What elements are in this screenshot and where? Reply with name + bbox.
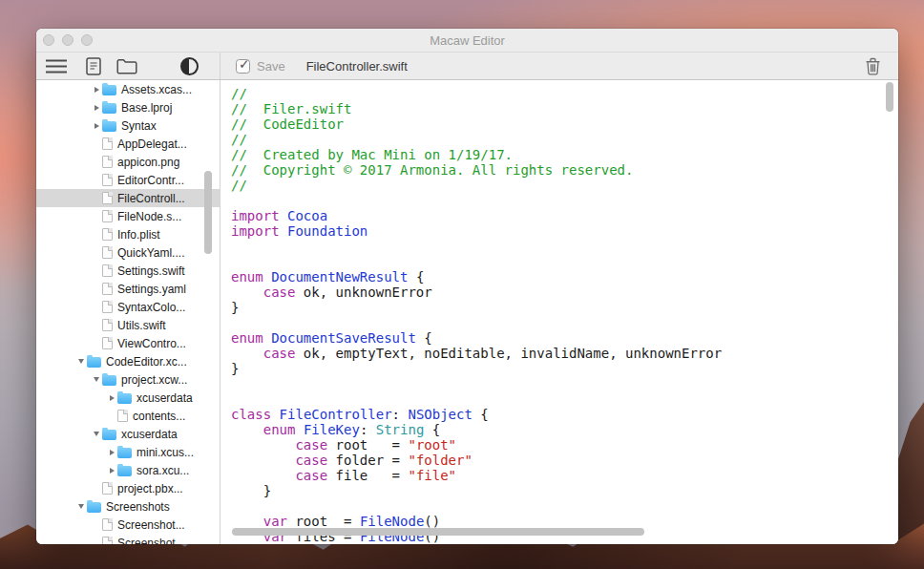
tree-file-quickyaml[interactable]: QuickYaml....	[36, 243, 220, 262]
disclosure-expanded-icon[interactable]	[91, 429, 102, 440]
editor-horizontal-scrollbar-thumb[interactable]	[232, 528, 644, 536]
code-line: import Foundation	[231, 223, 898, 239]
disclosure-collapsed-icon[interactable]	[91, 120, 102, 132]
sidebar: Assets.xcas...Base.lprojSyntaxAppDelegat…	[36, 80, 220, 544]
code-token: enum	[231, 269, 263, 284]
disclosure-collapsed-icon[interactable]	[106, 465, 117, 476]
tree-item-label: mini.xcus...	[136, 446, 194, 459]
folder-icon	[117, 448, 132, 458]
toolbar-left-section	[36, 53, 220, 79]
code-token	[231, 437, 295, 453]
tree-folder-xcuserdata[interactable]: xcuserdata	[36, 425, 220, 443]
close-button[interactable]	[43, 34, 54, 46]
code-token	[231, 284, 263, 300]
tree-file-utils-swift[interactable]: Utils.swift	[36, 316, 220, 334]
tree-file-project-pbx[interactable]: project.pbx...	[36, 479, 220, 497]
code-line: //	[231, 132, 898, 147]
tree-file-settings-swift[interactable]: Settings.swift	[36, 262, 220, 280]
disclosure-spacer	[91, 338, 102, 349]
code-token: case	[295, 468, 327, 483]
disclosure-collapsed-icon[interactable]	[91, 84, 102, 95]
disclosure-expanded-icon[interactable]	[75, 356, 87, 368]
tree-file-filecontroll[interactable]: FileControll...	[36, 189, 220, 207]
tree-folder-mini-xcus[interactable]: mini.xcus...	[36, 443, 220, 461]
code-content: //// Filer.swift// CodeEditor//// Create…	[220, 80, 898, 544]
code-line: // Filer.swift	[231, 101, 898, 116]
tree-file-appdelegat[interactable]: AppDelegat...	[36, 135, 220, 153]
tree-file-info-plist[interactable]: Info.plist	[36, 225, 220, 243]
disclosure-expanded-icon[interactable]	[91, 374, 102, 386]
tree-folder-codeeditor-xc[interactable]: CodeEditor.xc...	[36, 352, 220, 370]
sidebar-tree: Assets.xcas...Base.lprojSyntaxAppDelegat…	[36, 80, 220, 544]
disclosure-collapsed-icon[interactable]	[106, 447, 117, 458]
code-token: :	[392, 407, 409, 422]
tree-folder-screenshots[interactable]: Screenshots	[36, 497, 220, 516]
tree-file-screenshot[interactable]: Screenshot...	[36, 516, 220, 534]
tree-file-syntaxcolo[interactable]: SyntaxColo...	[36, 298, 220, 316]
code-token: folder =	[327, 453, 408, 468]
sidebar-scrollbar-thumb[interactable]	[204, 171, 212, 254]
minimize-button[interactable]	[62, 34, 74, 46]
tree-item-label: Syntax	[121, 119, 157, 133]
disclosure-spacer	[91, 138, 102, 150]
code-token: }	[231, 300, 239, 315]
code-line: case file = "file"	[231, 468, 898, 483]
new-document-icon[interactable]	[86, 57, 101, 75]
code-editor[interactable]: //// Filer.swift// CodeEditor//// Create…	[220, 80, 898, 544]
tree-folder-base-lproj[interactable]: Base.lproj	[36, 98, 220, 116]
tree-item-label: Base.lproj	[121, 101, 172, 115]
tree-item-label: ViewContro...	[117, 337, 186, 350]
tree-item-label: project.xcw...	[121, 373, 187, 387]
tree-file-screenshot[interactable]: Screenshot...	[36, 534, 220, 544]
code-line	[231, 376, 898, 391]
code-token: :	[360, 422, 376, 437]
menu-icon[interactable]	[45, 59, 68, 74]
tree-file-editorcontr[interactable]: EditorContr...	[36, 171, 220, 189]
disclosure-spacer	[91, 229, 102, 241]
code-token: NSObject	[408, 407, 472, 422]
code-token: "root"	[408, 437, 456, 453]
tree-file-settings-yaml[interactable]: Settings.yaml	[36, 280, 220, 298]
disclosure-spacer	[91, 265, 102, 277]
tree-item-label: AppDelegat...	[117, 137, 187, 151]
folder-icon	[117, 466, 132, 476]
tree-folder-sora-xcu[interactable]: sora.xcu...	[36, 461, 220, 479]
tree-file-appicon-png[interactable]: appicon.png	[36, 153, 220, 171]
save-checkbox[interactable]	[236, 59, 250, 74]
disclosure-collapsed-icon[interactable]	[91, 102, 102, 114]
disclosure-spacer	[91, 247, 102, 259]
code-token: import	[231, 223, 280, 239]
tree-folder-assets-xcas[interactable]: Assets.xcas...	[36, 80, 220, 98]
titlebar[interactable]: Macaw Editor	[36, 29, 898, 53]
file-icon	[102, 482, 113, 495]
tree-item-label: Screenshot...	[117, 518, 185, 532]
tree-file-contents[interactable]: contents...	[36, 407, 220, 425]
tree-file-viewcontro[interactable]: ViewContro...	[36, 334, 220, 352]
code-line: //	[231, 86, 898, 101]
code-line: //	[231, 178, 898, 193]
app-window: Macaw Editor Save FileController.swift	[36, 29, 898, 544]
code-token: FileKey	[304, 422, 360, 437]
code-token	[231, 422, 263, 437]
open-folder-icon[interactable]	[116, 58, 137, 74]
code-line: case folder = "folder"	[231, 453, 898, 468]
code-line: }	[231, 300, 898, 315]
editor-vertical-scrollbar-thumb[interactable]	[886, 82, 893, 112]
disclosure-expanded-icon[interactable]	[75, 501, 87, 513]
contrast-icon[interactable]	[180, 57, 199, 75]
tree-folder-xcuserdata[interactable]: xcuserdata	[36, 389, 220, 407]
code-line: case ok, unknownError	[231, 284, 898, 300]
tree-item-label: Screenshots	[106, 500, 170, 514]
trash-icon[interactable]	[865, 56, 881, 75]
code-token: {	[416, 330, 432, 346]
disclosure-collapsed-icon[interactable]	[106, 392, 117, 404]
code-line	[231, 254, 898, 269]
tree-folder-project-xcw[interactable]: project.xcw...	[36, 370, 220, 389]
code-line: class FileController: NSObject {	[231, 407, 898, 422]
tree-file-filenode-s[interactable]: FileNode.s...	[36, 207, 220, 225]
code-token: file =	[327, 468, 408, 483]
tree-folder-syntax[interactable]: Syntax	[36, 116, 220, 135]
code-line: import Cocoa	[231, 208, 898, 223]
code-token: // CodeEditor	[231, 116, 344, 132]
zoom-button[interactable]	[81, 34, 93, 46]
